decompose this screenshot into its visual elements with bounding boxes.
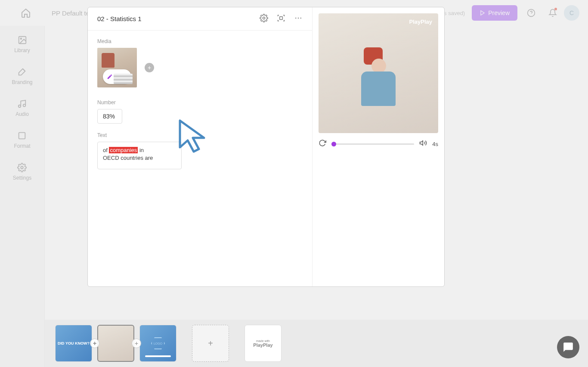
panel-title: 02 - Statistics 1 xyxy=(97,15,142,22)
gear-icon xyxy=(17,163,27,172)
replay-icon xyxy=(319,139,326,147)
timeline-slide-1[interactable]: DID YOU KNOW? + xyxy=(55,325,92,362)
svg-marker-14 xyxy=(420,141,423,146)
media-label: Media xyxy=(97,38,303,44)
chat-fab[interactable] xyxy=(557,336,579,358)
progress-track[interactable] xyxy=(331,143,414,145)
sidebar-label-format: Format xyxy=(14,143,30,149)
number-label: Number xyxy=(97,100,303,106)
notifications-icon[interactable] xyxy=(545,5,560,21)
sidebar-item-library[interactable]: Library xyxy=(14,35,30,53)
preview-logo: PlayPlay xyxy=(409,19,433,25)
svg-point-8 xyxy=(21,166,24,169)
pencil-icon xyxy=(107,74,113,80)
text-highlight: companies xyxy=(109,147,138,153)
timeline-slide-2[interactable]: + xyxy=(97,325,134,362)
svg-point-13 xyxy=(300,17,302,19)
add-media-button[interactable]: + xyxy=(145,63,154,72)
volume-icon xyxy=(419,139,427,147)
svg-point-9 xyxy=(263,17,265,19)
svg-rect-7 xyxy=(19,133,25,139)
timeline-add-slide[interactable]: + xyxy=(192,325,229,362)
preview-button[interactable]: Preview xyxy=(472,5,517,21)
help-icon[interactable] xyxy=(523,5,539,21)
timeline-outro-slide[interactable]: made with PlayPlay xyxy=(244,325,282,362)
svg-point-11 xyxy=(295,17,297,19)
sidebar-item-format[interactable]: Format xyxy=(14,131,30,149)
home-icon[interactable] xyxy=(21,8,31,18)
number-input[interactable]: 83% xyxy=(97,109,122,124)
sidebar-item-audio[interactable]: Audio xyxy=(15,99,29,117)
chat-icon xyxy=(563,342,574,353)
progress-thumb[interactable] xyxy=(331,142,336,146)
sidebar-label-branding: Branding xyxy=(12,79,32,85)
insert-after-1[interactable]: + xyxy=(90,339,99,348)
panel-gear-icon[interactable] xyxy=(260,14,268,24)
svg-rect-10 xyxy=(280,16,283,19)
cursor-illustration xyxy=(177,118,211,156)
editor-panel: 02 - Statistics 1 Media xyxy=(87,7,445,287)
avatar[interactable]: C xyxy=(564,5,579,21)
volume-button[interactable] xyxy=(419,139,427,149)
panel-more-icon[interactable] xyxy=(294,14,303,24)
sidebar-label-settings: Settings xyxy=(13,175,31,181)
replay-button[interactable] xyxy=(319,139,326,149)
trash-icon xyxy=(121,74,127,80)
edit-media-button[interactable] xyxy=(103,74,118,80)
sidebar-label-library: Library xyxy=(14,47,30,53)
library-icon xyxy=(18,35,27,45)
text-input[interactable]: of companies in OECD countries are xyxy=(97,142,182,169)
preview-image: PlayPlay xyxy=(319,13,438,133)
preview-button-label: Preview xyxy=(488,9,510,16)
delete-media-button[interactable] xyxy=(118,74,132,80)
branding-icon xyxy=(17,67,27,77)
avatar-initial: C xyxy=(569,9,574,16)
audio-icon xyxy=(17,99,27,109)
sidebar-item-settings[interactable]: Settings xyxy=(13,163,31,181)
svg-point-12 xyxy=(298,17,299,19)
svg-marker-0 xyxy=(481,11,484,16)
timeline: DID YOU KNOW? + + LOGO + made with PlayP… xyxy=(45,320,588,367)
timeline-slide-3[interactable]: LOGO xyxy=(139,325,176,362)
svg-point-5 xyxy=(19,105,21,108)
media-thumbnail[interactable] xyxy=(97,48,137,87)
svg-point-4 xyxy=(20,38,22,39)
panel-scan-icon[interactable] xyxy=(277,14,285,24)
sidebar-item-branding[interactable]: Branding xyxy=(12,67,32,85)
insert-after-2[interactable]: + xyxy=(132,339,141,348)
svg-point-6 xyxy=(23,104,26,107)
notification-dot xyxy=(554,8,557,10)
format-icon xyxy=(17,131,27,140)
duration-label: 4s xyxy=(432,141,438,147)
play-icon xyxy=(480,10,486,16)
sidebar-label-audio: Audio xyxy=(15,111,29,117)
